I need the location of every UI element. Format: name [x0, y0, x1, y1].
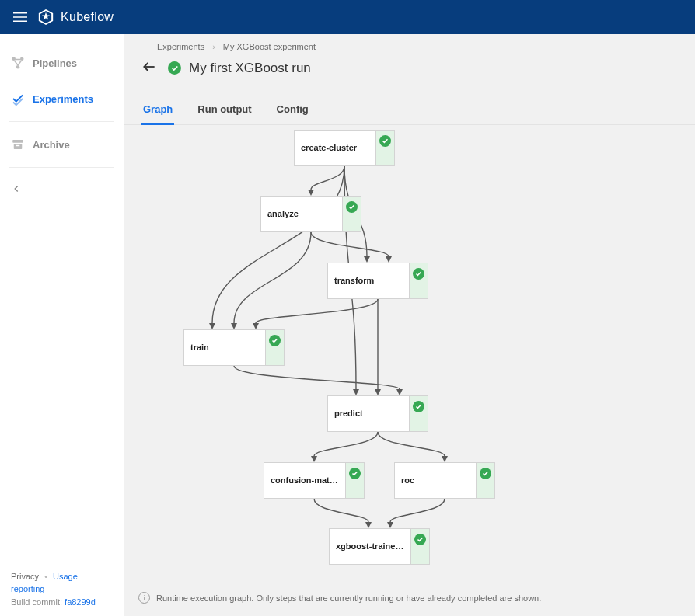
build-commit-prefix: Build commit:	[11, 597, 65, 607]
graph-canvas[interactable]: create-cluster analyze transform train p…	[124, 125, 695, 591]
check-circle-icon	[349, 468, 361, 479]
archive-icon	[11, 137, 25, 151]
main-content: Experiments › My XGBoost experiment My f…	[124, 34, 695, 616]
node-status	[375, 131, 394, 165]
svg-marker-15	[209, 323, 215, 329]
svg-marker-14	[364, 256, 370, 263]
node-status	[476, 463, 494, 498]
graph-node-roc[interactable]: roc	[394, 462, 495, 499]
node-status	[410, 529, 429, 564]
page-title-row: My first XGBoost run	[124, 51, 695, 80]
breadcrumb-experiments[interactable]: Experiments	[157, 42, 204, 51]
node-status	[342, 197, 361, 231]
privacy-link[interactable]: Privacy	[11, 572, 39, 581]
separator-dot: •	[44, 572, 47, 581]
check-circle-icon	[480, 468, 491, 479]
svg-marker-17	[386, 256, 392, 263]
svg-point-8	[16, 65, 20, 69]
check-circle-icon	[413, 268, 424, 280]
pipelines-icon	[11, 56, 25, 70]
svg-marker-20	[375, 389, 381, 395]
node-label: analyze	[261, 196, 342, 232]
sidebar-item-label: Experiments	[33, 93, 93, 105]
svg-rect-10	[14, 144, 23, 149]
svg-marker-24	[365, 522, 372, 528]
check-circle-icon	[269, 335, 281, 346]
graph-node-transform[interactable]: transform	[327, 263, 428, 299]
kubeflow-logo-icon	[37, 9, 54, 26]
collapse-sidebar-button[interactable]	[0, 177, 124, 203]
svg-marker-18	[231, 323, 237, 329]
sidebar-item-experiments[interactable]: Experiments	[0, 85, 124, 112]
check-circle-icon	[413, 401, 424, 412]
node-label: transform	[328, 263, 409, 299]
hamburger-icon	[13, 10, 27, 24]
hamburger-menu-button[interactable]	[9, 6, 31, 28]
graph-node-confusion-matrix[interactable]: confusion-matrix	[264, 462, 365, 499]
note-text: Runtime execution graph. Only steps that…	[156, 593, 541, 603]
svg-marker-13	[308, 190, 314, 196]
sidebar-item-label: Archive	[33, 139, 70, 151]
tab-label: Run output	[197, 103, 251, 115]
sidebar: Pipelines Experiments Archive Privacy • …	[0, 34, 124, 616]
node-status	[409, 396, 428, 431]
back-button[interactable]	[138, 56, 160, 80]
sidebar-item-pipelines[interactable]: Pipelines	[0, 50, 124, 76]
node-status	[409, 263, 428, 298]
app-name: Kubeflow	[61, 10, 114, 24]
svg-marker-16	[353, 389, 359, 395]
app-header: Kubeflow	[0, 0, 695, 34]
node-status	[345, 463, 364, 498]
svg-rect-0	[13, 12, 27, 14]
tab-bar: Graph Run output Config	[124, 80, 695, 125]
info-icon: i	[138, 592, 150, 604]
node-label: confusion-matrix	[264, 462, 345, 499]
svg-marker-25	[387, 522, 393, 528]
svg-marker-19	[253, 323, 259, 329]
tab-graph[interactable]: Graph	[141, 99, 174, 125]
graph-node-create-cluster[interactable]: create-cluster	[294, 130, 395, 166]
node-label: train	[184, 329, 265, 366]
logo[interactable]: Kubeflow	[37, 9, 114, 26]
arrow-left-icon	[141, 59, 157, 75]
tab-run-output[interactable]: Run output	[196, 99, 253, 124]
graph-node-analyze[interactable]: analyze	[260, 196, 361, 232]
graph-footer-note: i Runtime execution graph. Only steps th…	[124, 592, 695, 604]
node-status	[265, 330, 284, 365]
node-label: xgboost-trainer-wh…	[330, 528, 410, 565]
svg-rect-2	[13, 21, 27, 23]
chevron-right-icon: ›	[212, 42, 215, 51]
sidebar-item-label: Pipelines	[33, 57, 77, 69]
node-label: roc	[395, 462, 476, 499]
run-status-success-icon	[168, 61, 181, 75]
sidebar-item-archive[interactable]: Archive	[0, 131, 124, 158]
breadcrumb-experiment-name[interactable]: My XGBoost experiment	[223, 42, 316, 51]
check-circle-icon	[379, 135, 391, 147]
svg-rect-11	[16, 145, 20, 147]
check-circle-icon	[414, 534, 426, 545]
sidebar-divider	[9, 121, 114, 122]
experiments-icon	[11, 92, 25, 106]
chevron-left-icon	[11, 183, 22, 194]
build-commit-link[interactable]: fa8299d	[65, 597, 96, 607]
svg-marker-21	[396, 389, 403, 395]
breadcrumb: Experiments › My XGBoost experiment	[124, 34, 695, 51]
tab-label: Graph	[143, 103, 173, 115]
graph-node-xgb-trainer[interactable]: xgboost-trainer-wh…	[329, 528, 430, 565]
svg-marker-23	[442, 456, 448, 462]
tab-config[interactable]: Config	[275, 99, 310, 124]
graph-node-train[interactable]: train	[183, 329, 285, 366]
sidebar-footer: Privacy • Usage reporting Build commit: …	[0, 564, 124, 617]
svg-rect-9	[12, 140, 23, 143]
node-label: create-cluster	[295, 130, 375, 166]
svg-marker-22	[311, 456, 317, 462]
page-title: My first XGBoost run	[189, 61, 311, 76]
node-label: predict	[328, 395, 409, 432]
svg-rect-1	[13, 16, 27, 18]
tab-label: Config	[277, 103, 309, 115]
graph-node-predict[interactable]: predict	[327, 395, 428, 432]
sidebar-divider	[9, 167, 114, 168]
check-circle-icon	[346, 201, 358, 213]
